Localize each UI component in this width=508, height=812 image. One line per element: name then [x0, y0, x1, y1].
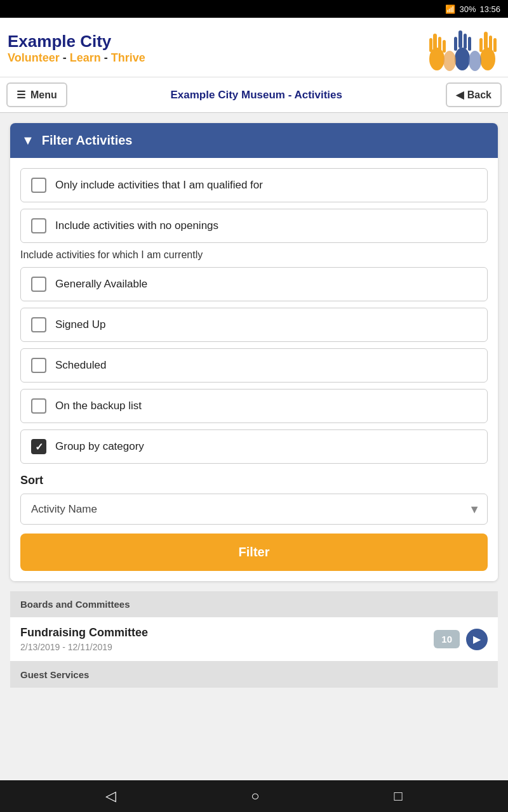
section-boards-committees: Boards and Committees: [10, 591, 498, 617]
checkbox-scheduled[interactable]: Scheduled: [20, 348, 488, 383]
checkbox-qualified[interactable]: Only include activities that I am qualif…: [20, 168, 488, 202]
menu-icon: ☰: [17, 89, 25, 101]
checkbox-generally-available-label: Generally Available: [55, 278, 147, 291]
sort-label: Sort: [20, 474, 488, 487]
svg-point-16: [469, 51, 481, 71]
section-guest-services: Guest Services: [10, 662, 498, 688]
checkbox-no-openings-label: Include activities with no openings: [55, 219, 218, 232]
checkbox-backup-list-box[interactable]: [31, 398, 46, 414]
nav-bar: ☰ Menu Example City Museum - Activities …: [0, 77, 508, 113]
checkbox-group-by-category-label: Group by category: [55, 440, 144, 453]
app-title: Example City: [8, 32, 145, 51]
checkbox-qualified-label: Only include activities that I am qualif…: [55, 179, 263, 192]
header-branding: Example City Volunteer - Learn - Thrive: [8, 32, 145, 65]
filter-button[interactable]: Filter: [20, 534, 488, 571]
tagline-dash1: -: [60, 51, 70, 64]
checkbox-signed-up[interactable]: Signed Up: [20, 308, 488, 342]
checkbox-generally-available-box[interactable]: [31, 277, 46, 292]
section-boards-committees-label: Boards and Committees: [20, 599, 130, 610]
checkbox-backup-list[interactable]: On the backup list: [20, 389, 488, 423]
back-nav-button[interactable]: ◁: [105, 788, 116, 804]
header-illustration: [424, 24, 500, 72]
activity-arrow-fundraising[interactable]: ▶: [466, 629, 488, 650]
home-nav-button[interactable]: ○: [251, 788, 259, 804]
activity-count-fundraising: 10: [434, 630, 460, 648]
wifi-icon: 📶: [445, 4, 455, 14]
checkbox-no-openings-box[interactable]: [31, 218, 46, 233]
activity-info-fundraising: Fundraising Committee 2/13/2019 - 12/11/…: [20, 626, 434, 652]
svg-rect-7: [464, 34, 467, 49]
app-tagline: Volunteer - Learn - Thrive: [8, 51, 145, 65]
tagline-volunteer: Volunteer: [8, 51, 60, 64]
filter-header-label: Filter Activities: [42, 133, 133, 148]
filter-collapse-icon: ▼: [22, 133, 34, 148]
back-label: Back: [467, 89, 491, 101]
section-guest-services-label: Guest Services: [20, 669, 89, 680]
checkbox-qualified-box[interactable]: [31, 178, 46, 193]
svg-rect-14: [493, 38, 497, 52]
checkbox-no-openings[interactable]: Include activities with no openings: [20, 209, 488, 243]
checkbox-group-by-category-box[interactable]: [31, 439, 46, 454]
filter-body: Only include activities that I am qualif…: [10, 158, 498, 581]
back-button[interactable]: ◀ Back: [446, 82, 502, 107]
sort-section: Sort Activity Name Date Category ▼: [20, 474, 488, 525]
main-content: ▼ Filter Activities Only include activit…: [0, 113, 508, 780]
battery-text: 30%: [459, 4, 476, 14]
checkbox-scheduled-box[interactable]: [31, 358, 46, 373]
sort-select[interactable]: Activity Name Date Category: [20, 494, 488, 525]
checkbox-backup-list-label: On the backup list: [55, 400, 142, 412]
status-bar: 📶 30% 13:56: [0, 0, 508, 18]
svg-rect-3: [429, 38, 432, 52]
svg-rect-1: [433, 34, 437, 51]
svg-rect-13: [479, 38, 483, 52]
activity-item-fundraising: Fundraising Committee 2/13/2019 - 12/11/…: [10, 617, 498, 662]
include-label: Include activities for which I am curren…: [20, 249, 488, 261]
activity-right-fundraising: 10 ▶: [434, 629, 488, 650]
sort-dropdown-wrapper: Activity Name Date Category ▼: [20, 494, 488, 525]
recents-nav-button[interactable]: □: [394, 788, 403, 804]
back-chevron-icon: ◀: [456, 89, 464, 101]
checkbox-signed-up-box[interactable]: [31, 317, 46, 332]
bottom-nav: ◁ ○ □: [0, 780, 508, 812]
svg-rect-6: [458, 30, 462, 48]
filter-panel: ▼ Filter Activities Only include activit…: [10, 123, 498, 581]
menu-button[interactable]: ☰ Menu: [6, 82, 67, 107]
svg-rect-12: [489, 36, 492, 51]
svg-rect-4: [443, 40, 446, 53]
svg-point-5: [455, 48, 470, 70]
tagline-thrive: Thrive: [111, 51, 145, 64]
svg-rect-9: [468, 37, 471, 51]
svg-rect-2: [438, 37, 441, 52]
checkbox-signed-up-label: Signed Up: [55, 318, 105, 331]
checkbox-group-by-category[interactable]: Group by category: [20, 429, 488, 464]
svg-rect-8: [454, 37, 457, 51]
checkbox-scheduled-label: Scheduled: [55, 359, 106, 372]
tagline-learn: Learn: [70, 51, 101, 64]
app-header: Example City Volunteer - Learn - Thrive: [0, 18, 508, 77]
activity-date-fundraising: 2/13/2019 - 12/11/2019: [20, 642, 434, 652]
svg-rect-11: [484, 32, 488, 49]
tagline-dash2: -: [101, 51, 111, 64]
activity-name-fundraising: Fundraising Committee: [20, 626, 434, 639]
page-title: Example City Museum - Activities: [171, 89, 343, 102]
menu-label: Menu: [30, 89, 57, 101]
filter-header[interactable]: ▼ Filter Activities: [10, 123, 498, 158]
svg-point-15: [443, 51, 456, 71]
time-display: 13:56: [479, 4, 500, 14]
checkbox-generally-available[interactable]: Generally Available: [20, 267, 488, 301]
